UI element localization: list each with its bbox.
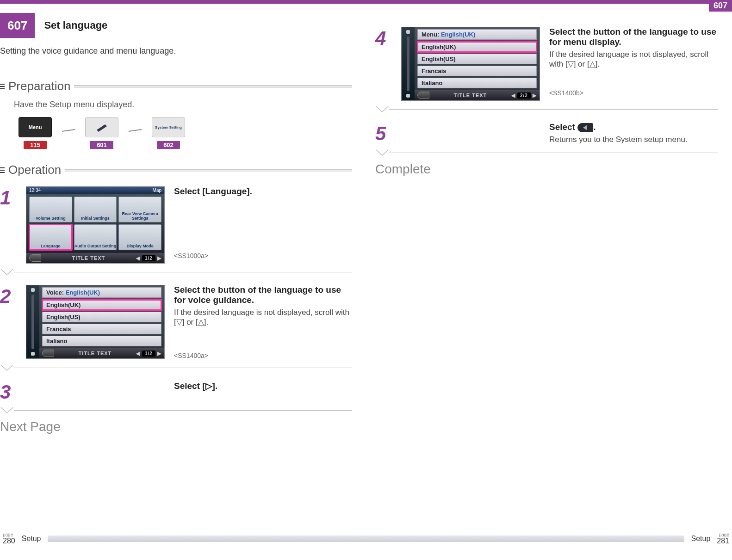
step-5-suffix: . [593,122,596,132]
voice-title-row: Voice: English(UK) [42,287,161,298]
screenshot-footer-title: TITLE TEXT [454,92,487,98]
step-1-ref: <SS1000a> [174,252,352,259]
tile-initial-settings: Initial Settings [74,197,117,222]
lang-row-italiano: Italiano [42,336,161,346]
step-5-instruction: Select . [549,122,718,132]
voice-title-value: English(UK) [66,289,100,296]
step-divider [0,268,352,276]
screenshot-page: 1/2 [142,255,155,261]
step-number: 1 [0,188,17,208]
top-purple-bar [0,0,732,4]
back-icon [417,92,429,99]
step-4: 4 Menu: English(UK) English(UK) English(… [375,27,718,101]
return-icon [577,123,593,132]
menu-title-value: English(UK) [441,31,475,38]
page-subtitle: Setting the voice guidance and menu lang… [0,46,352,56]
next-page-label: Next Page [0,419,352,434]
lang-row-english-us: English(US) [417,54,537,64]
prep-ref-115: 115 [24,141,47,149]
section-number-badge: 607 [0,13,35,38]
footer-chapter-right: Setup [691,535,710,543]
step-5-prefix: Select [549,122,577,132]
prep-system-setting-label: System Setting [155,125,182,129]
screenshot-time: 12:34 [29,188,41,193]
scroll-slider [26,285,39,358]
lang-row-english-uk: English(UK) [42,300,161,310]
step-divider [375,105,718,113]
step-number: 4 [375,29,392,48]
back-icon [29,254,41,262]
prep-system-setting-icon: System Setting [152,117,185,137]
screenshot-footer-title: TITLE TEXT [72,255,105,261]
step-2-instruction: Select the button of the language to use… [174,285,352,305]
step-4-ref: <SS1400b> [549,89,718,97]
footer-chapter-left: Setup [22,535,41,543]
arrow-icon [62,129,75,137]
preparation-icon-row: Menu 115 601 System Setting 602 [19,117,352,149]
tile-audio-output: Audio Output Setting [74,224,117,250]
lang-row-francais: Francais [417,66,537,76]
prep-tool-icon [85,117,118,137]
preparation-label: Preparation [8,79,70,93]
step-4-detail: If the desired language is not displayed… [549,50,718,69]
menu-title-prefix: Menu: [422,31,439,38]
operation-heading: Operation [0,163,352,177]
step-3: 3 Select [▷]. [0,381,352,402]
step-4-instruction: Select the button of the language to use… [549,27,718,47]
screenshot-page: 1/2 [142,351,155,357]
step-number: 2 [0,287,17,306]
screenshot-ss1000a: 12:34Map Volume Setting Initial Settings… [26,186,165,264]
scroll-slider [402,27,415,100]
screenshot-page: 2/2 [517,92,531,98]
arrow-icon [129,129,142,137]
tile-volume-setting: Volume Setting [29,197,72,222]
lang-row-english-us: English(US) [42,312,161,322]
prep-ref-601: 601 [90,141,113,149]
footer-bar [48,535,685,542]
step-2: 2 Voice: English(UK) English(UK) English… [0,285,352,359]
map-badge: Map [153,188,161,193]
step-number: 3 [0,382,17,402]
tile-language: Language [29,224,72,250]
step-2-detail: If the desired language is not displayed… [174,308,352,327]
step-1: 1 12:34Map Volume Setting Initial Settin… [0,186,352,264]
menu-title-row: Menu: English(UK) [417,29,537,40]
preparation-heading: Preparation [0,79,352,93]
page-footer: page 280 Setup Setup page 281 [0,531,732,549]
step-5: 5 Select . Returns you to the System set… [375,122,718,144]
lang-row-english-uk: English(UK) [417,42,537,52]
screenshot-ss1400b: Menu: English(UK) English(UK) English(US… [401,27,540,101]
title-block: 607 Set language [0,13,352,38]
screenshot-ss1400a: Voice: English(UK) English(UK) English(U… [26,285,165,359]
prep-ref-602: 602 [157,141,180,149]
step-1-instruction: Select [Language]. [174,186,352,197]
voice-title-prefix: Voice: [46,289,64,296]
tile-rear-view: Rear View Camera Settings [118,197,161,222]
lang-row-francais: Francais [42,324,161,334]
back-icon [42,350,54,357]
step-divider [0,364,352,371]
step-2-ref: <SS1400a> [174,352,352,359]
screenshot-footer-title: TITLE TEXT [79,351,112,356]
preparation-subtext: Have the Setup menu displayed. [14,100,352,110]
left-page-number: page 280 [3,533,15,545]
prep-menu-icon: Menu [19,117,52,137]
operation-label: Operation [8,163,61,177]
step-3-instruction: Select [▷]. [174,381,352,391]
step-5-detail: Returns you to the System setup menu. [549,135,718,144]
step-divider [375,149,718,156]
step-divider [0,406,352,414]
right-page-number: page 281 [717,533,729,545]
page-title: Set language [35,13,117,38]
lang-row-italiano: Italiano [417,78,537,88]
tile-display-mode: Display Mode [118,224,161,250]
complete-label: Complete [375,162,718,177]
step-number: 5 [375,124,392,143]
